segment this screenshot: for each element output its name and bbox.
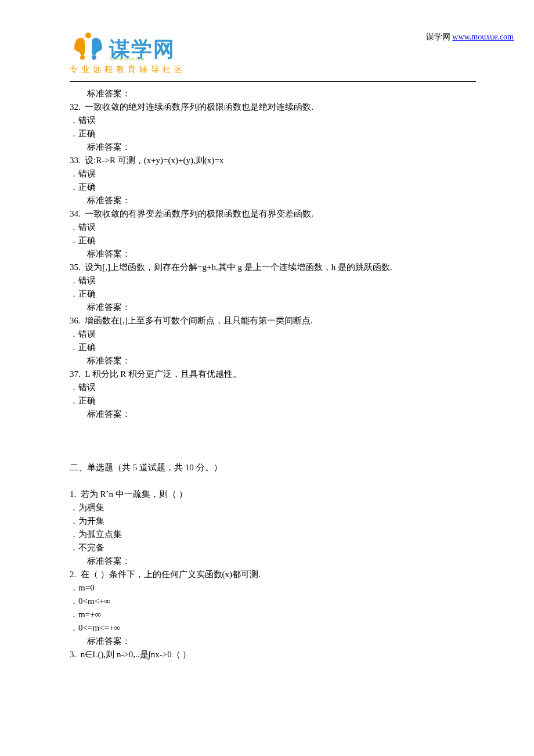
mc-question-2: 2. 在（ ）条件下，上的任何广义实函数(x)都可测. [70, 568, 476, 581]
question-35: 35. 设为[,]上增函数，则存在分解=g+h,其中 g 是上一个连续增函数，h… [70, 261, 476, 274]
standard-answer-label: 标准答案： [70, 87, 476, 100]
question-text: L 积分比 R 积分更广泛，且具有优越性。 [85, 369, 241, 379]
document-body: 标准答案： 32. 一致收敛的绝对连续函数序列的极限函数也是绝对连续函数. ．错… [70, 87, 476, 661]
mc-question-3: 3. n∈L(),则 n->0,..是∫nx->0（ ） [70, 648, 476, 661]
option-correct: ．正确 [70, 181, 476, 194]
question-number: 3. [70, 650, 76, 659]
mc-option: ．为稠集 [70, 501, 476, 514]
option-wrong: ．错误 [70, 114, 476, 127]
header-link[interactable]: www.mouxue.com [452, 33, 514, 41]
question-32: 32. 一致收敛的绝对连续函数序列的极限函数也是绝对连续函数. [70, 100, 476, 114]
question-text: 一致收敛的有界变差函数序列的极限函数也是有界变差函数. [85, 209, 313, 218]
mc-option: ．不完备 [70, 541, 476, 555]
logo-subtext: www.mouxue.com [109, 56, 144, 62]
option-wrong: ．错误 [70, 221, 476, 234]
question-number: 33. [70, 156, 81, 165]
question-text: 若为 Rˆn 中一疏集，则（ ） [81, 489, 187, 499]
standard-answer-label: 标准答案： [70, 408, 476, 421]
logo-icon [70, 32, 107, 61]
page-header: 谋学网 www.mouxue.com 专业远程教育辅导社区 [70, 32, 476, 78]
option-wrong: ．错误 [70, 167, 476, 181]
question-text: 设为[,]上增函数，则存在分解=g+h,其中 g 是上一个连续增函数，h 是的跳… [85, 262, 392, 272]
mc-option: ．0<m<+∞ [70, 595, 476, 608]
standard-answer-label: 标准答案： [70, 354, 476, 368]
question-37: 37. L 积分比 R 积分更广泛，且具有优越性。 [70, 368, 476, 381]
svg-point-0 [80, 55, 85, 60]
mc-option: ．0<=m<=+∞ [70, 621, 476, 635]
header-right: 谋学网 www.mouxue.com [426, 32, 514, 42]
option-correct: ．正确 [70, 341, 476, 354]
standard-answer-label: 标准答案： [70, 194, 476, 207]
mc-option: ．为孤立点集 [70, 528, 476, 541]
mc-option: ．m=+∞ [70, 608, 476, 621]
standard-answer-label: 标准答案： [70, 247, 476, 261]
svg-point-2 [85, 33, 91, 38]
standard-answer-label: 标准答案： [70, 301, 476, 314]
question-number: 2. [70, 570, 76, 579]
option-wrong: ．错误 [70, 381, 476, 394]
question-36: 36. 增函数在[,]上至多有可数个间断点，且只能有第一类间断点. [70, 314, 476, 327]
question-number: 1. [70, 489, 76, 499]
question-number: 37. [70, 369, 81, 379]
question-text: n∈L(),则 n->0,..是∫nx->0（ ） [81, 650, 192, 659]
question-number: 36. [70, 316, 81, 325]
standard-answer-label: 标准答案： [70, 555, 476, 568]
question-34: 34. 一致收敛的有界变差函数序列的极限函数也是有界变差函数. [70, 207, 476, 221]
logo-tagline: 专业远程教育辅导社区 [70, 64, 186, 75]
question-number: 32. [70, 102, 81, 111]
question-number: 35. [70, 262, 81, 272]
mc-option: ．m=0 [70, 581, 476, 595]
option-correct: ．正确 [70, 287, 476, 301]
option-wrong: ．错误 [70, 327, 476, 341]
logo: 谋学网 www.mouxue.com 专业远程教育辅导社区 [70, 32, 186, 74]
option-correct: ．正确 [70, 234, 476, 247]
mc-option: ．为开集 [70, 514, 476, 528]
header-divider [70, 81, 476, 82]
option-correct: ．正确 [70, 394, 476, 408]
question-number: 34. [70, 209, 81, 218]
section-2-title: 二、单选题（共 5 道试题，共 10 分。） [70, 461, 476, 474]
question-text: 增函数在[,]上至多有可数个间断点，且只能有第一类间断点. [85, 316, 313, 325]
standard-answer-label: 标准答案： [70, 635, 476, 648]
standard-answer-label: 标准答案： [70, 141, 476, 154]
header-right-label: 谋学网 [426, 33, 453, 41]
question-text: 在（ ）条件下，上的任何广义实函数(x)都可测. [81, 570, 261, 579]
option-wrong: ．错误 [70, 274, 476, 287]
svg-point-1 [92, 55, 96, 60]
option-correct: ．正确 [70, 127, 476, 141]
question-33: 33. 设:R->R 可测，(x+y)=(x)+(y),则(x)=x [70, 154, 476, 167]
question-text: 一致收敛的绝对连续函数序列的极限函数也是绝对连续函数. [85, 102, 313, 111]
question-text: 设:R->R 可测，(x+y)=(x)+(y),则(x)=x [85, 156, 223, 165]
mc-question-1: 1. 若为 Rˆn 中一疏集，则（ ） [70, 488, 476, 501]
